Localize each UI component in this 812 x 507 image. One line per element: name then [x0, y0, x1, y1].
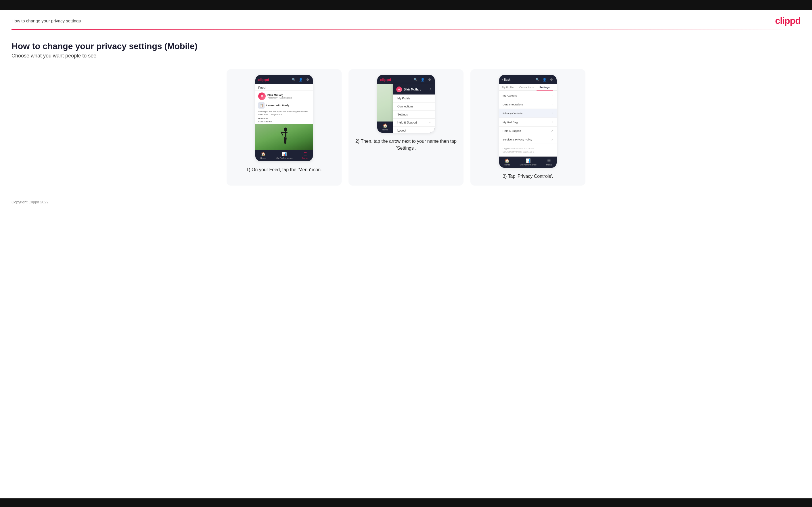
step1-feed-label: Feed: [255, 84, 313, 91]
settings-my-golf-bag-label: My Golf Bag: [503, 121, 517, 124]
step1-avatar: B: [258, 93, 266, 100]
step1-user-name: Blair McHarg: [267, 94, 292, 97]
step3-menu-label: Menu: [546, 163, 552, 166]
step3-home-label: Home: [504, 163, 510, 166]
settings-icon: ⚙: [305, 77, 310, 82]
step3-search-icon: 🔍: [536, 77, 540, 82]
settings-data-integrations-chevron: ›: [552, 103, 553, 106]
home-icon: 🏠: [261, 152, 266, 156]
step2-menu-avatar: B: [396, 87, 402, 92]
step1-nav-icons: 🔍 👤 ⚙: [292, 77, 310, 82]
step2-menu-connections[interactable]: Connections: [393, 103, 435, 111]
step1-user-info: Blair McHarg Yesterday · Sunningdale: [267, 94, 292, 99]
top-decorative-bar: [0, 0, 812, 10]
step3-phone-bottom: 🏠 Home 📊 My Performance ☰ Menu: [499, 157, 557, 168]
main-content: How to change your privacy settings (Mob…: [0, 30, 812, 194]
step1-lesson-row: 📋 Lesson with Fordy: [255, 101, 313, 110]
step2-logo: clippd: [380, 77, 391, 82]
step3-home-icon: 🏠: [505, 158, 509, 163]
page-title: How to change your privacy settings (Mob…: [11, 41, 801, 51]
step2-help-ext-icon: ↗: [428, 121, 431, 124]
back-chevron-icon: ‹: [502, 78, 503, 81]
step2-menu-connections-label: Connections: [397, 105, 413, 108]
menu-icon: ☰: [303, 152, 307, 156]
step-2-phone: clippd 🔍 👤 ⚙: [377, 75, 435, 133]
search-icon: 🔍: [292, 77, 296, 82]
step3-back-btn[interactable]: ‹ Back: [502, 78, 510, 81]
step2-user-icon: 👤: [420, 77, 425, 82]
step-2-caption: 2) Then, tap the arrow next to your name…: [354, 138, 458, 152]
settings-privacy-controls[interactable]: Privacy Controls ›: [499, 109, 557, 118]
step3-settings-icon: ⚙: [549, 77, 554, 82]
step2-menu-help[interactable]: Help & Support ↗: [393, 119, 435, 127]
step2-home-icon: 🏠: [383, 123, 388, 128]
settings-service-privacy[interactable]: Service & Privacy Policy ↗: [499, 135, 557, 144]
step2-search-icon: 🔍: [413, 77, 418, 82]
step2-home-btn[interactable]: 🏠 Home: [382, 123, 388, 131]
settings-data-integrations[interactable]: Data Integrations ›: [499, 100, 557, 109]
tab-my-profile[interactable]: My Profile: [499, 84, 516, 91]
step3-menu-btn[interactable]: ☰ Menu: [546, 158, 552, 166]
step3-back-nav: ‹ Back 🔍 👤 ⚙: [499, 75, 557, 84]
settings-my-golf-bag-chevron: ›: [552, 120, 553, 124]
step1-duration-label: Duration: [255, 117, 313, 120]
settings-my-golf-bag[interactable]: My Golf Bag ›: [499, 118, 557, 127]
step1-user-sub: Yesterday · Sunningdale: [267, 97, 292, 99]
step2-menu-user: B Blair McHarg: [396, 87, 421, 92]
svg-rect-5: [281, 131, 284, 135]
settings-service-privacy-label: Service & Privacy Policy: [503, 138, 532, 141]
step3-performance-btn[interactable]: 📊 My Performance: [519, 158, 537, 166]
settings-data-integrations-label: Data Integrations: [503, 103, 523, 106]
tab-connections[interactable]: Connections: [516, 84, 537, 91]
step3-performance-label: My Performance: [519, 163, 537, 166]
step3-version-info: Clippd Client Version: 2022.8.3-3 SQL Se…: [499, 144, 557, 157]
step1-duration-val: 01 hr : 30 min: [255, 120, 313, 124]
page-breadcrumb: How to change your privacy settings: [11, 18, 81, 23]
step3-menu-icon: ☰: [547, 158, 551, 163]
step3-tabs: My Profile Connections Settings: [499, 84, 557, 91]
step1-feed-user: B Blair McHarg Yesterday · Sunningdale: [255, 91, 313, 101]
steps-container: clippd 🔍 👤 ⚙ Feed B Blair McHarg Yesterd…: [11, 69, 801, 185]
svg-point-0: [284, 127, 287, 131]
step2-menu-panel: B Blair McHarg ∧ My Profile Connections: [393, 84, 435, 133]
step1-menu-btn[interactable]: ☰ Menu: [302, 152, 308, 159]
step2-menu-username: Blair McHarg: [404, 88, 421, 91]
step2-menu-profile[interactable]: My Profile: [393, 95, 435, 103]
step2-menu-settings-label: Settings: [397, 113, 408, 116]
step2-phone-nav: clippd 🔍 👤 ⚙: [377, 75, 435, 84]
step3-nav-icons: 🔍 👤 ⚙: [536, 77, 554, 82]
step1-performance-label: My Performance: [276, 157, 293, 159]
copyright-text: Copyright Clippd 2022: [11, 200, 49, 204]
step3-back-label: Back: [504, 78, 510, 81]
step2-menu-user-row: B Blair McHarg ∧: [393, 84, 435, 95]
user-icon: 👤: [299, 77, 303, 82]
step1-lesson-desc: Looking to feel like my hands are exitin…: [255, 110, 313, 117]
settings-my-account-chevron: ›: [552, 94, 553, 97]
footer: Copyright Clippd 2022: [0, 194, 812, 210]
step-1-phone: clippd 🔍 👤 ⚙ Feed B Blair McHarg Yesterd…: [255, 75, 313, 161]
settings-help-support[interactable]: Help & Support ↗: [499, 127, 557, 135]
svg-rect-1: [285, 131, 287, 137]
settings-my-account[interactable]: My Account ›: [499, 91, 557, 100]
step3-performance-icon: 📊: [525, 158, 530, 163]
settings-privacy-controls-label: Privacy Controls: [503, 112, 522, 115]
step-1-caption: 1) On your Feed, tap the 'Menu' icon.: [246, 166, 322, 173]
step2-menu-settings[interactable]: Settings: [393, 111, 435, 119]
step2-home-bottom-label: Home: [382, 128, 388, 131]
step-3-card: ‹ Back 🔍 👤 ⚙ My Profile Connections Sett…: [470, 69, 586, 185]
svg-rect-2: [281, 132, 288, 133]
step1-home-label: Home: [260, 157, 266, 159]
settings-privacy-controls-chevron: ›: [552, 111, 553, 115]
step1-performance-btn[interactable]: 📊 My Performance: [276, 152, 293, 159]
tab-settings[interactable]: Settings: [537, 84, 553, 91]
settings-help-ext-icon: ↗: [551, 129, 553, 132]
step2-phone-body: B Blair McHarg ∧ My Profile Connections: [377, 84, 435, 121]
step2-menu-help-label: Help & Support: [397, 121, 417, 124]
step1-lesson-icon: 📋: [258, 102, 264, 109]
step1-golf-image: [255, 124, 313, 150]
step1-home-btn[interactable]: 🏠 Home: [260, 152, 266, 159]
step3-home-btn[interactable]: 🏠 Home: [504, 158, 510, 166]
step2-menu-profile-label: My Profile: [397, 97, 410, 100]
step2-menu-logout[interactable]: Logout: [393, 127, 435, 133]
settings-help-support-label: Help & Support: [503, 129, 521, 132]
